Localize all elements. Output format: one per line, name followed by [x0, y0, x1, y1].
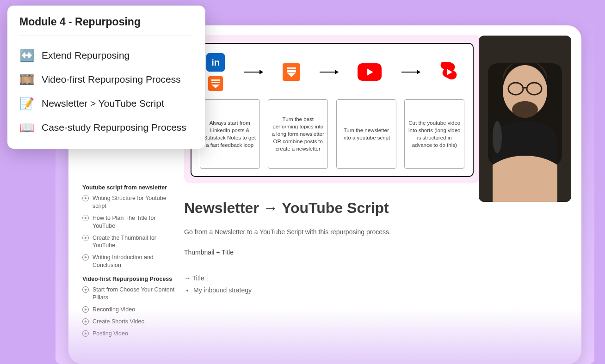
play-icon: [82, 195, 89, 201]
step-box: Turn the newsletter into a youtube scrip…: [336, 99, 396, 169]
sidebar-item-label: Start from Choose Your Content Pillars: [93, 286, 175, 302]
popup-item-label: Newsletter > YouTube Script: [42, 98, 164, 109]
youtube-icon: [358, 63, 382, 81]
sidebar-lesson-item[interactable]: Create Shorts Video: [82, 318, 175, 326]
book-icon: 📖: [19, 120, 34, 135]
substack-notes-icon: [208, 76, 223, 91]
popup-item-extend[interactable]: ↔️ Extend Repurposing: [19, 43, 193, 67]
doc-heading: Newsletter → YouTube Script: [184, 200, 480, 217]
popup-item-label: Case-study Repurposing Process: [42, 122, 186, 133]
arrow-icon: [401, 72, 420, 73]
sidebar-item-label: Posting Video: [93, 330, 128, 338]
linkedin-icon: in: [206, 53, 225, 72]
sidebar-section-heading: Video-first Repurposing Process: [82, 276, 175, 282]
memo-icon: 📝: [19, 96, 34, 111]
sidebar-lesson-item[interactable]: Create the Thumbnail for YouTube: [82, 234, 175, 250]
step-boxes-row: Always start from LinkedIn posts & Subst…: [198, 99, 466, 169]
bullet-item: My inbound strategy: [193, 286, 480, 294]
svg-point-8: [493, 121, 502, 153]
sidebar-item-label: Create Shorts Video: [93, 318, 144, 326]
popup-item-case-study[interactable]: 📖 Case-study Repurposing Process: [19, 115, 193, 140]
play-icon: [82, 235, 89, 241]
repurposing-diagram: in Always start from LinkedIn po: [184, 35, 480, 183]
sidebar-item-label: Writing Structure for Youtube script: [93, 194, 175, 210]
sidebar-item-label: Writing Introduction and Conclusion: [93, 254, 175, 269]
popup-title: Module 4 - Repurposing: [19, 16, 193, 36]
sidebar-item-label: Create the Thumbnail for YouTube: [93, 234, 175, 250]
popup-item-video-first[interactable]: 🎞️ Video-first Repurposing Process: [19, 67, 193, 91]
popup-item-label: Extend Repurposing: [42, 50, 130, 61]
play-icon: [82, 254, 89, 261]
presenter-webcam: [479, 36, 571, 202]
sidebar-item-label: How to Plan The Title for YouTube: [93, 214, 175, 230]
popup-item-label: Video-first Repurposing Process: [42, 74, 181, 85]
step-box: Turn the best performing topics into a l…: [268, 99, 328, 169]
sidebar-lesson-item[interactable]: How to Plan The Title for YouTube: [82, 214, 175, 230]
sidebar-lesson-item[interactable]: Start from Choose Your Content Pillars: [82, 286, 175, 302]
play-icon: [82, 215, 89, 221]
play-icon: [82, 330, 89, 337]
youtube-shorts-icon: [439, 62, 458, 82]
sidebar-lesson-item[interactable]: Recording Video: [82, 306, 175, 314]
extend-icon: ↔️: [19, 48, 34, 63]
arrow-icon: [320, 72, 338, 73]
sidebar-section-heading: Youtube script from newsletter: [82, 184, 175, 191]
sidebar-lesson-item[interactable]: Posting Video: [82, 330, 175, 338]
play-icon: [82, 286, 89, 293]
popup-item-newsletter-script[interactable]: 📝 Newsletter > YouTube Script: [19, 91, 193, 115]
step-box: Cut the youtube video into shorts (long …: [404, 99, 464, 169]
play-icon: [82, 306, 89, 313]
sidebar-lesson-item[interactable]: Writing Introduction and Conclusion: [82, 254, 175, 269]
title-prompt-label: → Title:: [184, 274, 206, 282]
diagram-inner: in Always start from LinkedIn po: [191, 43, 474, 177]
main-content: in Always start from LinkedIn po: [184, 35, 480, 294]
text-cursor: [208, 274, 209, 282]
sidebar-item-label: Recording Video: [93, 306, 135, 314]
doc-section-label: Thumbnail + Title: [184, 249, 480, 256]
module-popup: Module 4 - Repurposing ↔️ Extend Repurpo…: [7, 6, 205, 149]
arrow-icon: [244, 72, 263, 73]
flow-icons-row: in: [198, 53, 466, 91]
svg-point-7: [522, 102, 528, 106]
sidebar-lesson-item[interactable]: Writing Structure for Youtube script: [82, 194, 175, 210]
step-box: Always start from LinkedIn posts & Subst…: [200, 99, 260, 169]
film-icon: 🎞️: [19, 72, 34, 87]
substack-icon: [283, 63, 300, 81]
play-icon: [82, 318, 89, 325]
source-node: in: [206, 53, 225, 91]
lesson-sidebar: Youtube script from newsletter Writing S…: [82, 178, 175, 341]
doc-intro: Go from a Newsletter to a YouTube Script…: [184, 228, 480, 236]
title-prompt-line[interactable]: → Title:: [184, 274, 480, 282]
